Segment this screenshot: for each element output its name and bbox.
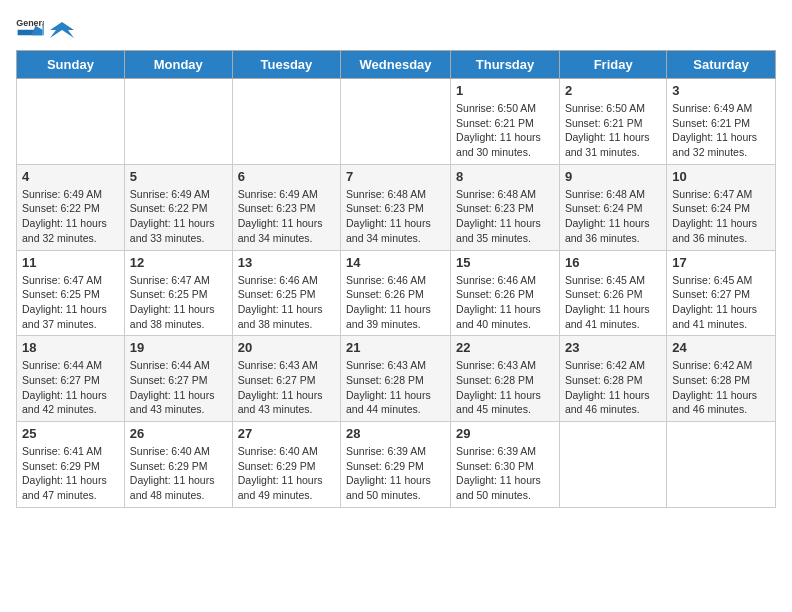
day-info: Sunrise: 6:40 AMSunset: 6:29 PMDaylight:… (238, 444, 335, 503)
day-info: Sunrise: 6:40 AMSunset: 6:29 PMDaylight:… (130, 444, 227, 503)
day-number: 6 (238, 169, 335, 184)
day-info: Sunrise: 6:42 AMSunset: 6:28 PMDaylight:… (672, 358, 770, 417)
day-info: Sunrise: 6:49 AMSunset: 6:23 PMDaylight:… (238, 187, 335, 246)
day-number: 14 (346, 255, 445, 270)
day-info: Sunrise: 6:47 AMSunset: 6:24 PMDaylight:… (672, 187, 770, 246)
calendar-cell (17, 79, 125, 165)
calendar-cell (667, 422, 776, 508)
calendar-cell: 2Sunrise: 6:50 AMSunset: 6:21 PMDaylight… (559, 79, 666, 165)
day-number: 9 (565, 169, 661, 184)
calendar-cell: 12Sunrise: 6:47 AMSunset: 6:25 PMDayligh… (124, 250, 232, 336)
day-number: 4 (22, 169, 119, 184)
day-info: Sunrise: 6:48 AMSunset: 6:24 PMDaylight:… (565, 187, 661, 246)
calendar-cell: 15Sunrise: 6:46 AMSunset: 6:26 PMDayligh… (451, 250, 560, 336)
weekday-header-tuesday: Tuesday (232, 51, 340, 79)
day-info: Sunrise: 6:45 AMSunset: 6:26 PMDaylight:… (565, 273, 661, 332)
calendar-week-row: 11Sunrise: 6:47 AMSunset: 6:25 PMDayligh… (17, 250, 776, 336)
calendar-cell (124, 79, 232, 165)
calendar-cell: 4Sunrise: 6:49 AMSunset: 6:22 PMDaylight… (17, 164, 125, 250)
day-info: Sunrise: 6:43 AMSunset: 6:27 PMDaylight:… (238, 358, 335, 417)
calendar-cell: 8Sunrise: 6:48 AMSunset: 6:23 PMDaylight… (451, 164, 560, 250)
calendar-cell: 24Sunrise: 6:42 AMSunset: 6:28 PMDayligh… (667, 336, 776, 422)
calendar-cell (559, 422, 666, 508)
weekday-header-friday: Friday (559, 51, 666, 79)
day-info: Sunrise: 6:43 AMSunset: 6:28 PMDaylight:… (346, 358, 445, 417)
day-info: Sunrise: 6:44 AMSunset: 6:27 PMDaylight:… (22, 358, 119, 417)
calendar-cell: 1Sunrise: 6:50 AMSunset: 6:21 PMDaylight… (451, 79, 560, 165)
weekday-header-thursday: Thursday (451, 51, 560, 79)
calendar-week-row: 25Sunrise: 6:41 AMSunset: 6:29 PMDayligh… (17, 422, 776, 508)
day-number: 20 (238, 340, 335, 355)
calendar-table: SundayMondayTuesdayWednesdayThursdayFrid… (16, 50, 776, 508)
calendar-cell: 16Sunrise: 6:45 AMSunset: 6:26 PMDayligh… (559, 250, 666, 336)
calendar-cell: 21Sunrise: 6:43 AMSunset: 6:28 PMDayligh… (341, 336, 451, 422)
day-number: 27 (238, 426, 335, 441)
day-number: 19 (130, 340, 227, 355)
day-number: 8 (456, 169, 554, 184)
day-number: 18 (22, 340, 119, 355)
day-info: Sunrise: 6:46 AMSunset: 6:26 PMDaylight:… (346, 273, 445, 332)
weekday-header-saturday: Saturday (667, 51, 776, 79)
calendar-cell: 25Sunrise: 6:41 AMSunset: 6:29 PMDayligh… (17, 422, 125, 508)
calendar-cell: 29Sunrise: 6:39 AMSunset: 6:30 PMDayligh… (451, 422, 560, 508)
calendar-cell: 14Sunrise: 6:46 AMSunset: 6:26 PMDayligh… (341, 250, 451, 336)
calendar-cell (341, 79, 451, 165)
calendar-cell: 9Sunrise: 6:48 AMSunset: 6:24 PMDaylight… (559, 164, 666, 250)
day-info: Sunrise: 6:41 AMSunset: 6:29 PMDaylight:… (22, 444, 119, 503)
day-info: Sunrise: 6:47 AMSunset: 6:25 PMDaylight:… (22, 273, 119, 332)
weekday-header-row: SundayMondayTuesdayWednesdayThursdayFrid… (17, 51, 776, 79)
calendar-cell (232, 79, 340, 165)
calendar-week-row: 18Sunrise: 6:44 AMSunset: 6:27 PMDayligh… (17, 336, 776, 422)
calendar-cell: 22Sunrise: 6:43 AMSunset: 6:28 PMDayligh… (451, 336, 560, 422)
calendar-cell: 17Sunrise: 6:45 AMSunset: 6:27 PMDayligh… (667, 250, 776, 336)
day-info: Sunrise: 6:49 AMSunset: 6:21 PMDaylight:… (672, 101, 770, 160)
calendar-cell: 26Sunrise: 6:40 AMSunset: 6:29 PMDayligh… (124, 422, 232, 508)
day-info: Sunrise: 6:43 AMSunset: 6:28 PMDaylight:… (456, 358, 554, 417)
day-info: Sunrise: 6:39 AMSunset: 6:29 PMDaylight:… (346, 444, 445, 503)
calendar-cell: 20Sunrise: 6:43 AMSunset: 6:27 PMDayligh… (232, 336, 340, 422)
day-info: Sunrise: 6:42 AMSunset: 6:28 PMDaylight:… (565, 358, 661, 417)
calendar-cell: 10Sunrise: 6:47 AMSunset: 6:24 PMDayligh… (667, 164, 776, 250)
calendar-cell: 13Sunrise: 6:46 AMSunset: 6:25 PMDayligh… (232, 250, 340, 336)
day-number: 2 (565, 83, 661, 98)
day-info: Sunrise: 6:49 AMSunset: 6:22 PMDaylight:… (130, 187, 227, 246)
day-number: 11 (22, 255, 119, 270)
day-number: 25 (22, 426, 119, 441)
calendar-cell: 7Sunrise: 6:48 AMSunset: 6:23 PMDaylight… (341, 164, 451, 250)
calendar-cell: 6Sunrise: 6:49 AMSunset: 6:23 PMDaylight… (232, 164, 340, 250)
page-header: General (16, 16, 776, 38)
weekday-header-wednesday: Wednesday (341, 51, 451, 79)
calendar-cell: 11Sunrise: 6:47 AMSunset: 6:25 PMDayligh… (17, 250, 125, 336)
day-number: 23 (565, 340, 661, 355)
day-number: 1 (456, 83, 554, 98)
logo: General (16, 16, 76, 38)
day-info: Sunrise: 6:48 AMSunset: 6:23 PMDaylight:… (456, 187, 554, 246)
calendar-cell: 5Sunrise: 6:49 AMSunset: 6:22 PMDaylight… (124, 164, 232, 250)
day-info: Sunrise: 6:46 AMSunset: 6:26 PMDaylight:… (456, 273, 554, 332)
day-number: 26 (130, 426, 227, 441)
day-number: 17 (672, 255, 770, 270)
day-number: 5 (130, 169, 227, 184)
day-number: 7 (346, 169, 445, 184)
day-info: Sunrise: 6:44 AMSunset: 6:27 PMDaylight:… (130, 358, 227, 417)
calendar-cell: 18Sunrise: 6:44 AMSunset: 6:27 PMDayligh… (17, 336, 125, 422)
day-number: 13 (238, 255, 335, 270)
calendar-cell: 28Sunrise: 6:39 AMSunset: 6:29 PMDayligh… (341, 422, 451, 508)
day-info: Sunrise: 6:46 AMSunset: 6:25 PMDaylight:… (238, 273, 335, 332)
day-number: 28 (346, 426, 445, 441)
svg-text:General: General (16, 18, 44, 28)
calendar-cell: 23Sunrise: 6:42 AMSunset: 6:28 PMDayligh… (559, 336, 666, 422)
day-info: Sunrise: 6:47 AMSunset: 6:25 PMDaylight:… (130, 273, 227, 332)
day-info: Sunrise: 6:48 AMSunset: 6:23 PMDaylight:… (346, 187, 445, 246)
day-info: Sunrise: 6:49 AMSunset: 6:22 PMDaylight:… (22, 187, 119, 246)
weekday-header-sunday: Sunday (17, 51, 125, 79)
calendar-cell: 3Sunrise: 6:49 AMSunset: 6:21 PMDaylight… (667, 79, 776, 165)
svg-marker-4 (50, 22, 74, 38)
day-number: 29 (456, 426, 554, 441)
day-info: Sunrise: 6:50 AMSunset: 6:21 PMDaylight:… (565, 101, 661, 160)
day-number: 12 (130, 255, 227, 270)
day-info: Sunrise: 6:45 AMSunset: 6:27 PMDaylight:… (672, 273, 770, 332)
day-number: 21 (346, 340, 445, 355)
day-number: 10 (672, 169, 770, 184)
day-number: 16 (565, 255, 661, 270)
